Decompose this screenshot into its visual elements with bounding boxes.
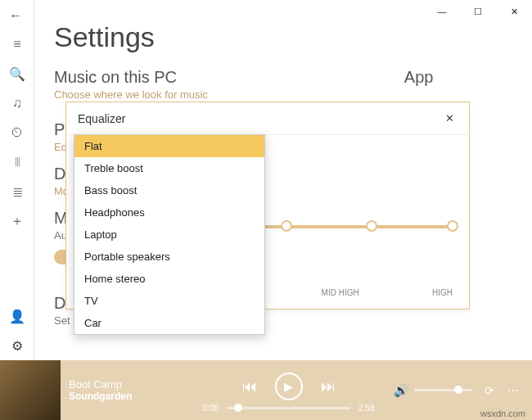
preset-option[interactable]: Car	[74, 312, 264, 334]
choose-music-link[interactable]: Choose where we look for music	[54, 88, 208, 101]
preset-option[interactable]: Portable speakers	[74, 246, 264, 268]
hamburger-icon[interactable]: ≡	[0, 29, 34, 59]
nav-rail: ≡ 🔍 ♫ ⏲ ⫴ ≣ ＋ 👤 ⚙	[0, 0, 34, 360]
settings-icon[interactable]: ⚙	[0, 331, 34, 360]
eq-thumb-high[interactable]	[447, 220, 458, 232]
play-button[interactable]: ▶	[275, 373, 303, 400]
eq-thumb-mid[interactable]	[281, 220, 292, 232]
preset-option[interactable]: TV	[74, 290, 264, 312]
watermark: wsxdn.com	[480, 409, 525, 418]
track-artist[interactable]: Soundgarden	[69, 391, 183, 402]
minimize-button[interactable]: —	[424, 0, 460, 23]
equalizer-preset-dropdown[interactable]: Flat Treble boost Bass boost Headphones …	[74, 134, 265, 335]
preset-option[interactable]: Flat	[74, 135, 264, 157]
equalizer-title: Equalizer	[78, 112, 125, 125]
close-window-button[interactable]: ✕	[496, 0, 532, 23]
seek-slider[interactable]	[227, 407, 350, 409]
volume-icon[interactable]: 🔊	[394, 383, 409, 398]
search-icon[interactable]: 🔍	[0, 59, 34, 88]
playlist-icon[interactable]: ≣	[0, 177, 34, 206]
more-button[interactable]: ⋯	[507, 384, 519, 397]
recent-icon[interactable]: ⏲	[0, 118, 34, 147]
previous-button[interactable]: ⏮	[242, 378, 257, 395]
preset-option[interactable]: Treble boost	[74, 157, 264, 179]
preset-option[interactable]: Headphones	[74, 201, 264, 224]
add-icon[interactable]: ＋	[0, 206, 34, 236]
next-button[interactable]: ⏭	[321, 378, 336, 395]
back-button[interactable]: ←	[5, 5, 26, 26]
eq-thumb-midhigh[interactable]	[366, 220, 377, 232]
preset-option[interactable]: Bass boost	[74, 179, 264, 201]
maximize-button[interactable]: ☐	[460, 0, 496, 23]
now-playing-icon[interactable]: ⫴	[0, 147, 34, 177]
volume-slider[interactable]	[414, 389, 471, 391]
section-music-heading: Music on this PC	[54, 68, 208, 87]
equalizer-close-button[interactable]: ✕	[442, 111, 458, 126]
track-title[interactable]: Boot Camp	[69, 378, 183, 391]
page-title: Settings	[54, 21, 512, 53]
music-icon[interactable]: ♫	[0, 88, 34, 118]
repeat-button[interactable]: ⟳	[485, 384, 494, 397]
account-icon[interactable]: 👤	[0, 301, 34, 331]
preset-option[interactable]: Laptop	[74, 224, 264, 246]
elapsed-time: 0:00	[203, 404, 219, 413]
section-app-heading: App	[404, 68, 434, 87]
preset-option[interactable]: Home stereo	[74, 268, 264, 290]
album-art[interactable]	[0, 360, 61, 420]
duration-time: 2:58	[358, 404, 374, 413]
player-bar: Boot Camp Soundgarden ⏮ ▶ ⏭ 0:00 2:58 🔊 …	[0, 360, 532, 420]
